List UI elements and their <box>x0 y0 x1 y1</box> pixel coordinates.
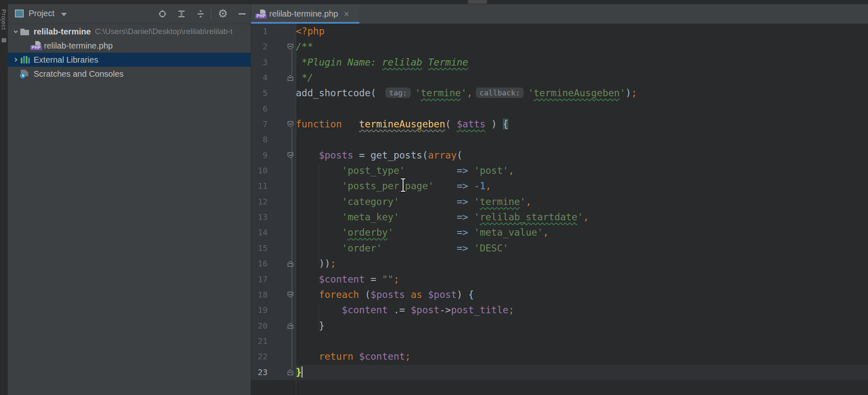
gutter-fold-column <box>268 24 296 39</box>
code-line[interactable]: 23} <box>251 365 868 380</box>
hide-panel-icon[interactable] <box>236 7 248 20</box>
code-line[interactable]: 13 'meta_key' => 'relilab_startdate', <box>251 210 868 225</box>
panel-editor-divider[interactable] <box>251 4 251 395</box>
fold-end-icon[interactable] <box>288 261 293 267</box>
line-number: 18 <box>251 287 268 302</box>
code-line[interactable]: 3 *Plugin Name: relilab Termine <box>251 55 868 70</box>
line-number: 21 <box>251 334 268 349</box>
scratches-icon <box>20 69 31 78</box>
indent-guide <box>319 163 319 263</box>
line-number: 4 <box>251 70 268 85</box>
project-panel: Project ⚙ <box>8 4 251 395</box>
tree-external-libraries-label: External Libraries <box>34 55 98 65</box>
chevron-down-icon[interactable] <box>61 13 67 16</box>
fold-end-icon[interactable] <box>288 369 293 375</box>
tree-row-external-libraries[interactable]: External Libraries <box>8 53 251 67</box>
tool-window-stripe: Project <box>0 0 8 395</box>
title-bar-stub <box>468 0 487 4</box>
line-number: 8 <box>251 132 268 147</box>
fold-end-icon[interactable] <box>288 75 293 81</box>
line-number: 22 <box>251 349 268 364</box>
expand-all-icon[interactable] <box>175 7 188 20</box>
external-libraries-icon <box>20 55 31 64</box>
code-line[interactable]: 2/** <box>251 39 868 54</box>
folder-icon <box>20 27 31 36</box>
project-stripe-button[interactable]: Project <box>0 9 7 30</box>
tree-file-label: relilab-termine.php <box>44 41 113 51</box>
line-number: 11 <box>251 178 268 194</box>
line-number: 6 <box>251 101 268 117</box>
code-line[interactable]: 20 } <box>251 318 868 334</box>
code-text: 'meta_key' => 'relilab_startdate', <box>296 210 868 225</box>
code-text: 'posts_per_page' => -1, <box>296 178 868 194</box>
code-editor[interactable]: 1<?php2/**3 *Plugin Name: relilab Termin… <box>251 24 868 395</box>
line-number: 17 <box>251 272 268 287</box>
code-line[interactable]: 8 <box>251 132 868 147</box>
line-number: 23 <box>251 365 268 380</box>
code-text: foreach ($posts as $post) { <box>296 287 868 302</box>
fold-end-icon[interactable] <box>288 323 293 329</box>
code-text: $posts = get_posts(array( <box>296 148 868 163</box>
tree-root-path: C:\Users\Daniel\Desktop\relilab\relilab-… <box>95 27 233 36</box>
chevron-down-icon[interactable] <box>11 27 20 36</box>
code-line[interactable]: 16 )); <box>251 256 868 271</box>
code-text: $content = ""; <box>296 272 868 287</box>
gutter-fold-column <box>268 85 296 101</box>
project-panel-title[interactable]: Project <box>29 9 54 18</box>
collapse-all-icon[interactable] <box>194 7 207 20</box>
code-line[interactable]: 18 foreach ($posts as $post) { <box>251 287 868 302</box>
tree-root-label: relilab-termine <box>34 27 91 37</box>
code-line[interactable]: 12 'category' => 'termine', <box>251 194 868 210</box>
fold-start-icon[interactable] <box>288 152 293 158</box>
code-text: function termineAusgeben( $atts ) { <box>296 117 868 132</box>
fold-start-icon[interactable] <box>288 44 293 50</box>
tree-row-scratches[interactable]: Scratches and Consoles <box>8 67 251 81</box>
code-text: } <box>296 365 868 380</box>
stripe-square-icon <box>2 38 6 42</box>
line-number: 5 <box>251 85 268 101</box>
chevron-right-icon[interactable] <box>11 56 20 64</box>
window-title-bar <box>0 0 868 4</box>
code-text: *Plugin Name: relilab Termine <box>296 55 868 70</box>
fold-line <box>292 127 292 369</box>
code-text: )); <box>296 256 868 271</box>
settings-gear-icon[interactable]: ⚙ <box>217 7 229 20</box>
line-number: 2 <box>251 39 268 54</box>
code-line[interactable]: 9 $posts = get_posts(array( <box>251 148 868 163</box>
locate-icon[interactable] <box>156 7 168 20</box>
code-line[interactable]: 14 'orderby' => 'meta_value', <box>251 225 868 240</box>
tree-row-php-file[interactable]: PHP relilab-termine.php <box>8 39 251 53</box>
close-tab-icon[interactable]: × <box>344 10 349 18</box>
code-line[interactable]: 5add_shortcode( tag:'termine',callback:'… <box>251 85 868 101</box>
line-number: 19 <box>251 302 268 318</box>
line-number: 10 <box>251 163 268 178</box>
fold-start-icon[interactable] <box>288 121 293 127</box>
code-line[interactable]: 22 return $content; <box>251 349 868 364</box>
code-line[interactable]: 7function termineAusgeben( $atts ) { <box>251 117 868 132</box>
code-lines: 1<?php2/**3 *Plugin Name: relilab Termin… <box>251 24 868 380</box>
code-line[interactable]: 15 'order' => 'DESC' <box>251 241 868 256</box>
ide-window: { "stripe": { "label": "Project" }, "pro… <box>0 0 868 395</box>
code-text: 'orderby' => 'meta_value', <box>296 225 868 240</box>
code-line[interactable]: 19 $content .= $post->post_title; <box>251 302 868 318</box>
line-number: 13 <box>251 210 268 225</box>
tree-row-root[interactable]: relilab-termine C:\Users\Daniel\Desktop\… <box>8 24 251 39</box>
code-text: */ <box>296 70 868 85</box>
editor-tab-active[interactable]: PHP relilab-termine.php × <box>251 4 359 24</box>
code-line[interactable]: 1<?php <box>251 24 868 39</box>
project-panel-header: Project ⚙ <box>8 4 251 24</box>
project-view-icon[interactable] <box>15 10 24 17</box>
editor-tab-label: relilab-termine.php <box>269 9 338 19</box>
tree-scratches-label: Scratches and Consoles <box>34 69 124 79</box>
fold-start-icon[interactable] <box>288 292 293 298</box>
code-line[interactable]: 4 */ <box>251 70 868 85</box>
code-line[interactable]: 21 <box>251 334 868 349</box>
editor-tab-bar: PHP relilab-termine.php × <box>251 4 868 24</box>
code-line[interactable]: 10 'post_type' => 'post', <box>251 163 868 178</box>
code-line[interactable]: 11 'posts_per_page' => -1, <box>251 178 868 194</box>
text-cursor-pointer <box>400 178 407 193</box>
line-number: 14 <box>251 225 268 240</box>
code-text: <?php <box>296 24 868 39</box>
code-line[interactable]: 17 $content = ""; <box>251 272 868 287</box>
code-line[interactable]: 6 <box>251 101 868 117</box>
